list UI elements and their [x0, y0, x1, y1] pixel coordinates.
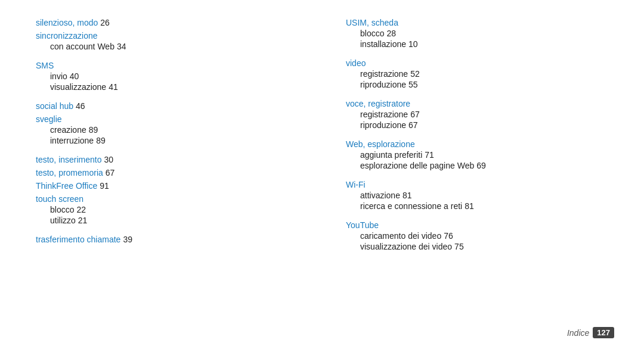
sub-label: registrazione — [360, 69, 408, 79]
footer-page: 127 — [593, 327, 614, 338]
sub-label: caricamento dei video — [360, 231, 441, 241]
index-entry: YouTubecaricamento dei video76visualizza… — [346, 220, 608, 253]
spacer — [36, 96, 298, 101]
sub-label: visualizzazione — [50, 82, 106, 92]
spacer — [346, 135, 608, 139]
sub-label: visualizzazione dei video — [360, 242, 452, 251]
sub-page: 89 — [96, 136, 106, 145]
sub-page: 81 — [465, 201, 474, 211]
index-entry: social hub46 — [36, 101, 298, 111]
entry-title: sincronizzazione — [36, 31, 98, 40]
sub-label: utilizzo — [50, 216, 76, 225]
sub-entry: utilizzo21 — [50, 216, 298, 225]
entry-title-line: USIM, scheda — [346, 18, 608, 27]
entry-title-line: ThinkFree Office91 — [36, 181, 298, 191]
entry-title: Wi-Fi — [346, 180, 366, 189]
entry-title-line: sveglie — [36, 114, 298, 124]
index-entry: trasferimento chiamate39 — [36, 235, 298, 244]
entry-title-line: trasferimento chiamate39 — [36, 235, 298, 244]
sub-entry: installazione10 — [360, 39, 608, 49]
sub-entry: aggiunta preferiti71 — [360, 150, 608, 160]
sub-page: 10 — [408, 39, 418, 49]
sub-label: con account Web — [50, 42, 114, 51]
sub-entry: esplorazione delle pagine Web69 — [360, 161, 608, 170]
spacer — [346, 54, 608, 58]
sub-entry: riproduzione67 — [360, 120, 608, 130]
sub-page: 67 — [408, 120, 418, 130]
index-entry: svegliecreazione89interruzione89 — [36, 114, 298, 147]
sub-page: 22 — [76, 205, 86, 214]
sub-page: 52 — [410, 69, 420, 79]
sub-entry: caricamento dei video76 — [360, 231, 608, 241]
entry-title-line: YouTube — [346, 220, 608, 230]
index-entry: sincronizzazionecon account Web34 — [36, 31, 298, 52]
entry-page: 67 — [106, 168, 115, 177]
sub-page: 71 — [425, 150, 434, 160]
sub-page: 40 — [70, 71, 79, 81]
entry-title: testo, inserimento — [36, 155, 102, 164]
sub-page: 89 — [89, 125, 98, 135]
footer: Indice 127 — [567, 327, 614, 338]
index-columns: silenzioso, modo26sincronizzazionecon ac… — [36, 18, 608, 331]
entry-title: Web, esplorazione — [346, 139, 415, 149]
index-entry: ThinkFree Office91 — [36, 181, 298, 191]
sub-entry: registrazione52 — [360, 69, 608, 79]
sub-entry: attivazione81 — [360, 191, 608, 200]
sub-page: 76 — [444, 231, 453, 241]
sub-label: registrazione — [360, 110, 408, 119]
entry-title-line: video — [346, 58, 608, 68]
page: silenzioso, modo26sincronizzazionecon ac… — [0, 0, 644, 349]
sub-entry: con account Web34 — [50, 42, 298, 51]
index-entry: SMSinvio40visualizzazione41 — [36, 61, 298, 93]
sub-page: 41 — [109, 82, 118, 92]
entry-title-line: Web, esplorazione — [346, 139, 608, 149]
entry-title-line: social hub46 — [36, 101, 298, 111]
sub-entry: invio40 — [50, 71, 298, 81]
index-entry: Web, esplorazioneaggiunta preferiti71esp… — [346, 139, 608, 172]
entry-title: touch screen — [36, 194, 83, 204]
entry-title: ThinkFree Office — [36, 181, 97, 191]
entry-title: social hub — [36, 101, 73, 111]
index-entry: testo, inserimento30 — [36, 155, 298, 164]
sub-label: creazione — [50, 125, 86, 135]
sub-entries: attivazione81ricerca e connessione a ret… — [360, 191, 608, 211]
sub-page: 81 — [402, 191, 412, 200]
sub-entries: blocco22utilizzo21 — [50, 205, 298, 225]
sub-entry: ricerca e connessione a reti81 — [360, 201, 608, 211]
sub-page: 55 — [408, 80, 418, 89]
sub-page: 69 — [476, 161, 486, 170]
sub-entries: con account Web34 — [50, 42, 298, 51]
sub-entry: visualizzazione41 — [50, 82, 298, 92]
entry-title-line: touch screen — [36, 194, 298, 204]
sub-label: interruzione — [50, 136, 94, 145]
entry-page: 46 — [76, 101, 85, 111]
sub-entries: invio40visualizzazione41 — [50, 71, 298, 92]
spacer — [346, 94, 608, 99]
sub-page: 67 — [410, 110, 420, 119]
sub-entries: registrazione52riproduzione55 — [360, 69, 608, 89]
spacer — [346, 256, 608, 261]
sub-page: 75 — [454, 242, 464, 251]
entry-title: video — [346, 58, 366, 68]
sub-entry: riproduzione55 — [360, 80, 608, 89]
index-entry: videoregistrazione52riproduzione55 — [346, 58, 608, 91]
sub-entries: registrazione67riproduzione67 — [360, 110, 608, 130]
footer-label: Indice — [567, 328, 589, 338]
entry-title: testo, promemoria — [36, 168, 103, 177]
sub-label: esplorazione delle pagine Web — [360, 161, 474, 170]
sub-entries: creazione89interruzione89 — [50, 125, 298, 145]
sub-entry: visualizzazione dei video75 — [360, 242, 608, 251]
entry-title: trasferimento chiamate — [36, 235, 120, 244]
entry-title-line: voce, registratore — [346, 99, 608, 108]
sub-entries: blocco28installazione10 — [360, 29, 608, 49]
entry-title-line: silenzioso, modo26 — [36, 18, 298, 27]
spacer — [36, 230, 298, 235]
sub-entry: interruzione89 — [50, 136, 298, 145]
entry-title-line: sincronizzazione — [36, 31, 298, 40]
spacer — [346, 175, 608, 180]
sub-label: riproduzione — [360, 80, 406, 89]
sub-label: blocco — [50, 205, 74, 214]
sub-page: 34 — [117, 42, 126, 51]
sub-entries: aggiunta preferiti71esplorazione delle p… — [360, 150, 608, 170]
sub-label: riproduzione — [360, 120, 406, 130]
